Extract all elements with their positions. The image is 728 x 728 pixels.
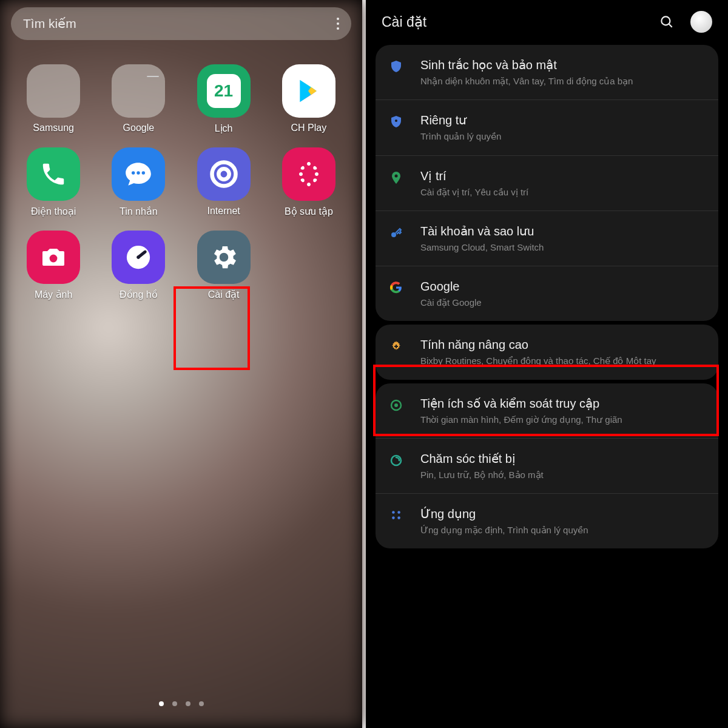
svg-point-17 (392, 516, 395, 519)
app-camera[interactable]: Máy ảnh (15, 231, 92, 300)
settings-item-privacy[interactable]: Riêng tưTrình quản lý quyền (376, 100, 718, 155)
app-label: Internet (207, 206, 240, 217)
page-indicator (0, 701, 362, 706)
message-icon (112, 147, 165, 201)
settings-group: Sinh trắc học và bảo mậtNhận diện khuôn … (376, 45, 718, 321)
row-sub: Cài đặt Google (420, 297, 707, 309)
app-clock[interactable]: Đồng hồ (99, 231, 177, 300)
app-gallery[interactable]: Bộ sưu tập (270, 147, 348, 217)
key-icon (383, 223, 410, 240)
camera-icon (27, 231, 80, 284)
app-label: Đồng hồ (120, 289, 158, 300)
folder-icon (27, 64, 80, 118)
row-title: Ứng dụng (420, 506, 707, 522)
app-phone[interactable]: Điện thoại (15, 147, 92, 217)
google-icon (383, 278, 410, 294)
app-internet[interactable]: Internet (185, 147, 263, 217)
svg-point-2 (142, 171, 145, 174)
app-label: Bộ sưu tập (285, 206, 333, 217)
settings-item-biometrics[interactable]: Sinh trắc học và bảo mậtNhận diện khuôn … (376, 45, 718, 100)
app-label: Điện thoại (31, 206, 76, 217)
row-sub: Trình quản lý quyền (420, 130, 707, 143)
row-title: Google (420, 278, 707, 294)
device-care-icon (383, 451, 410, 468)
svg-point-0 (132, 171, 135, 174)
row-sub: Nhận diện khuôn mặt, Vân tay, Tìm di độn… (420, 75, 707, 87)
app-label: Máy ảnh (35, 289, 72, 300)
search-bar[interactable]: Tìm kiếm (11, 7, 351, 40)
svg-point-8 (661, 16, 670, 25)
app-samsung-folder[interactable]: Samsung (15, 64, 92, 134)
avatar[interactable] (690, 11, 712, 33)
row-sub: Pin, Lưu trữ, Bộ nhớ, Bảo mật (420, 469, 707, 481)
svg-point-1 (137, 171, 140, 174)
svg-point-11 (391, 232, 396, 237)
app-label: Google (123, 123, 155, 133)
row-sub: Cài đặt vị trí, Yêu cầu vị trí (420, 186, 707, 198)
search-placeholder: Tìm kiếm (23, 16, 76, 31)
svg-point-5 (50, 255, 58, 263)
svg-point-10 (394, 174, 397, 177)
svg-point-16 (397, 511, 400, 514)
settings-header: Cài đặt (366, 0, 728, 41)
app-calendar[interactable]: 21 Lịch (185, 64, 263, 134)
plus-gear-icon (383, 337, 410, 354)
row-title: Riêng tư (420, 112, 707, 128)
shield-icon (383, 57, 410, 74)
app-play-store[interactable]: CH Play (270, 64, 348, 134)
gear-icon (197, 231, 251, 284)
row-title: Tính năng nâng cao (420, 337, 707, 352)
page-title: Cài đặt (382, 14, 426, 30)
internet-icon (197, 147, 251, 201)
play-icon (282, 64, 335, 118)
settings-item-accounts[interactable]: Tài khoản và sao lưuSamsung Cloud, Smart… (376, 211, 718, 266)
gallery-icon (282, 147, 335, 201)
svg-point-4 (218, 169, 229, 179)
shield-badge-icon (383, 112, 410, 129)
settings-item-google[interactable]: GoogleCài đặt Google (376, 266, 718, 321)
search-icon[interactable] (659, 14, 675, 30)
settings-item-location[interactable]: Vị tríCài đặt vị trí, Yêu cầu vị trí (376, 156, 718, 211)
location-icon (383, 168, 410, 185)
svg-point-18 (397, 516, 400, 519)
settings-item-apps[interactable]: Ứng dụngỨng dụng mặc định, Trình quản lý… (376, 494, 718, 548)
app-google-folder[interactable]: Google (99, 64, 177, 134)
row-title: Sinh trắc học và bảo mật (420, 57, 707, 73)
settings-screen: Cài đặt Sinh trắc học và bảo mậtNhận diệ… (366, 0, 728, 728)
svg-point-15 (392, 511, 395, 514)
phone-icon (27, 147, 80, 201)
row-sub: Samsung Cloud, Smart Switch (420, 241, 707, 254)
svg-point-9 (395, 120, 397, 122)
row-title: Tài khoản và sao lưu (420, 223, 707, 239)
folder-icon (112, 64, 165, 118)
app-drawer-screen: Tìm kiếm Samsung Google (0, 0, 362, 728)
app-label: Samsung (33, 123, 74, 133)
apps-grid-icon (383, 506, 410, 522)
app-label: Tin nhắn (120, 206, 158, 217)
highlight-advanced-features (373, 365, 719, 436)
app-messages[interactable]: Tin nhắn (99, 147, 177, 217)
svg-point-7 (137, 255, 140, 258)
clock-icon (112, 231, 165, 284)
row-title: Chăm sóc thiết bị (420, 451, 707, 467)
highlight-settings-app (174, 286, 250, 370)
calendar-icon: 21 (197, 64, 251, 118)
more-icon[interactable] (337, 18, 339, 30)
row-sub: Ứng dụng mặc định, Trình quản lý quyền (420, 524, 707, 536)
row-title: Vị trí (420, 168, 707, 184)
app-grid: Samsung Google 21 Lịch CH (11, 40, 351, 300)
app-label: Lịch (215, 123, 233, 134)
settings-item-device-care[interactable]: Chăm sóc thiết bịPin, Lưu trữ, Bộ nhớ, B… (376, 439, 718, 494)
app-label: CH Play (291, 123, 327, 133)
